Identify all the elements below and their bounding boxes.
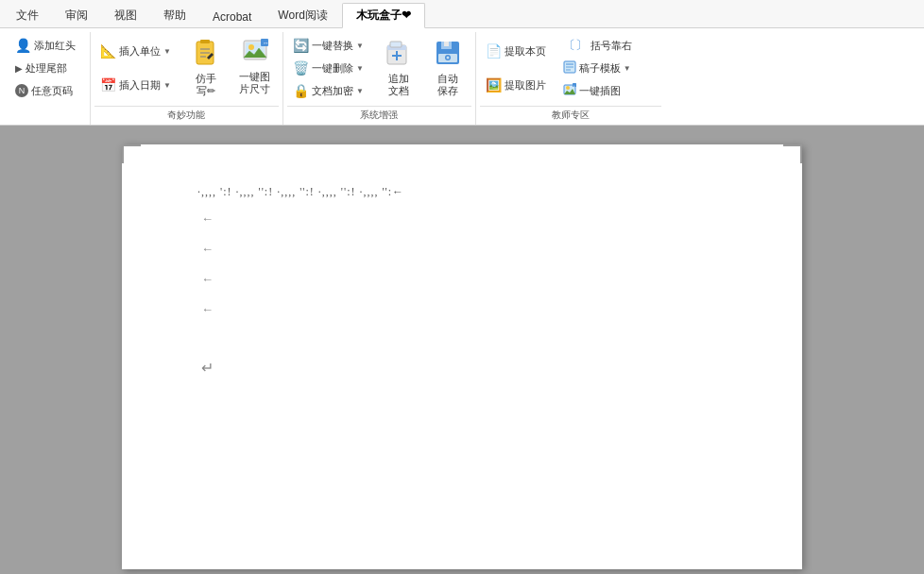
any-page-code-button[interactable]: N 任意页码	[9, 81, 81, 101]
section-qimiao: 📐 插入单位 ▼ 📅 插入日期 ▼	[91, 32, 283, 125]
doc-line-6: ↵	[197, 326, 727, 382]
paragraph-mark-2: ←	[201, 208, 214, 229]
extract-image-button[interactable]: 🖼️ 提取图片	[480, 75, 552, 95]
svg-point-20	[446, 57, 449, 59]
arrow-right-icon: ▶	[15, 63, 23, 74]
paragraph-mark-6: ↵	[201, 355, 214, 382]
teacher-small-left: 📄 提取本页 🖼️ 提取图片	[480, 34, 552, 102]
one-key-size-label: 一键图片尺寸	[239, 71, 270, 95]
add-archive-label: 追加文档	[388, 73, 409, 97]
extract-page-button[interactable]: 📄 提取本页	[480, 41, 552, 61]
bracket-right-button[interactable]: 〔〕 括号靠右	[557, 34, 638, 57]
doc-line-4: ←	[197, 265, 727, 294]
one-replace-button[interactable]: 🔄 一键替换 ▼	[287, 35, 369, 56]
teacher-small-right: 〔〕 括号靠右 稿子模板 ▼	[557, 34, 638, 102]
insert-date-dropdown-arrow: ▼	[163, 81, 171, 90]
document-area: ·,,,, ':! ·,,,, '':! ·,,,, '':! ·,,,, ''…	[0, 126, 924, 574]
auto-save-label: 自动保存	[437, 73, 458, 97]
one-key-size-button[interactable]: ↔ 一键图片尺寸	[231, 34, 279, 100]
document-page: ·,,,, ':! ·,,,, '':! ·,,,, '':! ·,,,, ''…	[122, 144, 802, 569]
svg-rect-17	[444, 42, 449, 46]
ribbon: 文件 审阅 视图 帮助 Acrobat Word阅读 木玩盒子❤ 👤 添加红头 …	[0, 0, 924, 126]
doc-line-1: ·,,,, ':! ·,,,, '':! ·,,,, '':! ·,,,, ''…	[197, 182, 727, 203]
section-system-enhance-label: 系统增强	[287, 106, 471, 125]
one-insert-icon: +	[563, 83, 576, 99]
one-key-size-icon: ↔	[242, 39, 268, 69]
paragraph-mark-5: ←	[201, 298, 214, 320]
tab-fam[interactable]: 木玩盒子❤	[342, 3, 425, 28]
tab-row: 文件 审阅 视图 帮助 Acrobat Word阅读 木玩盒子❤	[0, 0, 924, 28]
insert-unit-button[interactable]: 📐 插入单位 ▼	[94, 41, 177, 61]
tab-view[interactable]: 视图	[102, 3, 149, 27]
bracket-right-icon: 〔〕	[563, 37, 588, 54]
page-code-icon: N	[15, 84, 28, 97]
tab-file[interactable]: 文件	[4, 3, 51, 27]
add-archive-icon	[385, 39, 413, 71]
doc-encrypt-dropdown-arrow: ▼	[356, 87, 364, 95]
svg-rect-1	[200, 40, 210, 43]
one-replace-dropdown-arrow: ▼	[356, 42, 364, 50]
faux-write-button[interactable]: 仿手写✏	[182, 34, 230, 102]
doc-encrypt-button[interactable]: 🔒 文档加密 ▼	[287, 80, 369, 101]
insert-date-icon: 📅	[100, 77, 116, 93]
tab-word-reader[interactable]: Word阅读	[265, 3, 339, 27]
page-corner-top-right	[783, 144, 802, 163]
auto-save-button[interactable]: 自动保存	[424, 34, 471, 102]
section-qimiao-label: 奇妙功能	[94, 106, 279, 125]
tab-audit[interactable]: 审阅	[53, 3, 100, 27]
insert-unit-dropdown-arrow: ▼	[163, 47, 171, 56]
add-archive-button[interactable]: 追加文档	[375, 34, 422, 102]
section-teacher-zone: 📄 提取本页 🖼️ 提取图片 〔〕 括号靠右	[476, 32, 665, 125]
svg-text:↔: ↔	[263, 40, 268, 46]
tab-acrobat[interactable]: Acrobat	[200, 6, 264, 27]
svg-rect-12	[390, 42, 402, 47]
svg-text:+: +	[573, 83, 574, 87]
section-teacher-zone-top: 📄 提取本页 🖼️ 提取图片 〔〕 括号靠右	[480, 34, 661, 102]
doc-line-3: ←	[197, 235, 727, 263]
one-delete-button[interactable]: 🗑️ 一键删除 ▼	[287, 58, 369, 78]
doc-line-5: ←	[197, 295, 727, 324]
extract-image-icon: 🖼️	[486, 77, 502, 93]
ribbon-content: 👤 添加红头 ▶ 处理尾部 N 任意页码	[0, 28, 924, 125]
insert-unit-icon: 📐	[100, 43, 116, 59]
section-system-enhance-top: 🔄 一键替换 ▼ 🗑️ 一键删除 ▼ 🔒 文档加密 ▼	[287, 34, 471, 102]
section-teacher-zone-label: 教师专区	[480, 106, 661, 125]
auto-save-icon	[434, 39, 462, 71]
section-left-tools: 👤 添加红头 ▶ 处理尾部 N 任意页码	[6, 32, 91, 125]
system-small-buttons: 🔄 一键替换 ▼ 🗑️ 一键删除 ▼ 🔒 文档加密 ▼	[287, 34, 369, 102]
add-header-button[interactable]: 👤 添加红头	[9, 35, 81, 56]
qimiao-small-buttons: 📐 插入单位 ▼ 📅 插入日期 ▼	[94, 34, 177, 102]
section-system-enhance: 🔄 一键替换 ▼ 🗑️ 一键删除 ▼ 🔒 文档加密 ▼	[283, 32, 476, 125]
svg-point-26	[566, 86, 570, 90]
left-tools-buttons: 👤 添加红头 ▶ 处理尾部 N 任意页码	[9, 34, 81, 102]
process-tail-button[interactable]: ▶ 处理尾部	[9, 59, 81, 78]
one-replace-icon: 🔄	[293, 38, 309, 53]
user-icon: 👤	[15, 38, 31, 53]
faux-write-icon	[193, 39, 219, 71]
one-delete-icon: 🗑️	[293, 60, 309, 76]
svg-point-7	[248, 44, 254, 50]
doc-text-1: ·,,,, ':! ·,,,, '':! ·,,,, '':! ·,,,, ''…	[197, 182, 404, 203]
tab-help[interactable]: 帮助	[151, 3, 198, 27]
one-delete-dropdown-arrow: ▼	[356, 64, 364, 73]
draft-template-dropdown-arrow: ▼	[624, 64, 631, 73]
paragraph-mark-3: ←	[201, 238, 214, 260]
draft-template-button[interactable]: 稿子模板 ▼	[557, 58, 638, 79]
draft-template-icon	[563, 60, 576, 76]
paragraph-mark-4: ←	[201, 268, 214, 290]
insert-date-button[interactable]: 📅 插入日期 ▼	[94, 75, 177, 95]
faux-write-label: 仿手写✏	[196, 73, 216, 97]
doc-encrypt-icon: 🔒	[293, 83, 309, 98]
one-insert-button[interactable]: + 一键插图	[557, 80, 638, 102]
page-corner-top-left	[122, 144, 141, 163]
doc-line-2: ←	[197, 205, 727, 233]
section-left-tools-top: 👤 添加红头 ▶ 处理尾部 N 任意页码	[9, 34, 86, 102]
extract-page-icon: 📄	[486, 43, 502, 59]
section-qimiao-top: 📐 插入单位 ▼ 📅 插入日期 ▼	[94, 34, 279, 102]
